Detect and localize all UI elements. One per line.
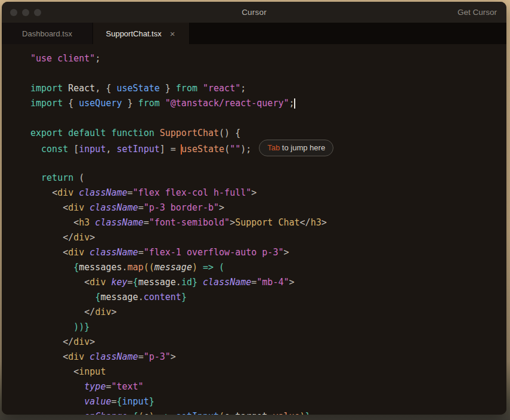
tab-supportchat[interactable]: SupportChat.tsx × [93, 23, 190, 44]
code-line: import { useQuery } from "@tanstack/reac… [30, 96, 506, 111]
code-editor[interactable]: "use client"; import React, { useState }… [2, 44, 506, 415]
code-line: const [input, setInput] = useState("");T… [30, 141, 506, 156]
close-tab-icon[interactable]: × [169, 29, 177, 39]
text-caret [294, 98, 295, 109]
code-line: onChange={(e) => setInput(e.target.value… [30, 409, 506, 415]
code-line: type="text" [30, 379, 506, 394]
code-line: <h3 className="font-semibold">Support Ch… [30, 215, 506, 230]
traffic-lights [10, 2, 41, 23]
close-window-button[interactable] [10, 9, 17, 16]
code-line: <div className="flex-1 overflow-auto p-3… [30, 245, 506, 260]
code-line: </div> [30, 305, 506, 320]
code-line: "use client"; [30, 51, 506, 66]
code-line: </div> [30, 335, 506, 350]
tab-hint-pill: Tab to jump here [259, 140, 333, 156]
code-line: </div> [30, 230, 506, 245]
code-line [30, 66, 506, 81]
tab-supportchat-label: SupportChat.tsx [106, 29, 162, 38]
code-line [30, 156, 506, 171]
code-line: import React, { useState } from "react"; [30, 81, 506, 96]
code-line: {messages.map((message) => ( [30, 260, 506, 275]
tab-dashboard-label: Dashboard.tsx [22, 29, 72, 38]
tab-dashboard[interactable]: Dashboard.tsx [2, 23, 93, 44]
code-line: <input [30, 365, 506, 379]
zoom-window-button[interactable] [34, 9, 41, 16]
code-line: <div className="p-3"> [30, 350, 506, 365]
cursor-window: Cursor Get Cursor Dashboard.tsx SupportC… [2, 2, 506, 415]
code-line: <div className="flex flex-col h-full"> [30, 186, 506, 200]
code-line: ))} [30, 320, 506, 335]
get-cursor-link[interactable]: Get Cursor [458, 2, 497, 23]
code-line [30, 111, 506, 126]
code-line: {message.content} [30, 290, 506, 305]
tab-hint-key: Tab [267, 143, 280, 152]
code-line: export default function SupportChat() { [30, 126, 506, 141]
code-area: "use client"; import React, { useState }… [30, 51, 506, 415]
code-line: return ( [30, 171, 506, 186]
window-title: Cursor [242, 8, 267, 17]
code-line: <div key={message.id} className="mb-4"> [30, 275, 506, 290]
tab-bar: Dashboard.tsx SupportChat.tsx × [2, 23, 506, 44]
code-line: value={input} [30, 394, 506, 409]
code-line: <div className="p-3 border-b"> [30, 200, 506, 215]
tab-hint-text: to jump here [280, 143, 325, 152]
minimize-window-button[interactable] [22, 9, 29, 16]
title-bar: Cursor Get Cursor [2, 2, 506, 23]
